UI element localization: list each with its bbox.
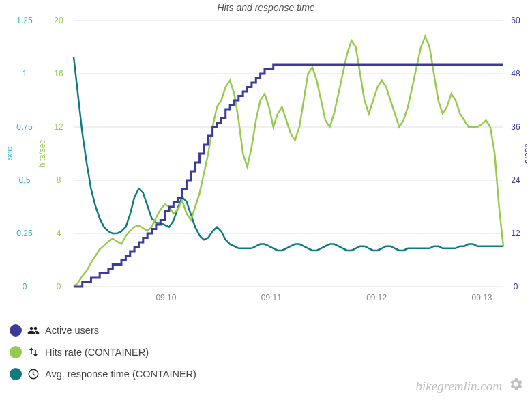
svg-text:0.75: 0.75	[16, 122, 33, 132]
svg-text:8: 8	[57, 175, 61, 185]
svg-text:09:12: 09:12	[366, 293, 387, 302]
svg-text:users: users	[523, 143, 527, 163]
users-icon	[27, 324, 40, 337]
svg-text:36: 36	[511, 122, 520, 132]
legend-label: Avg. response time (CONTAINER)	[45, 369, 196, 380]
legend: Active users Hits rate (CONTAINER) Avg. …	[10, 319, 196, 385]
svg-text:0: 0	[23, 282, 27, 291]
chart-area: 00.250.50.7511.2504812162001224364860sec…	[5, 3, 527, 314]
svg-text:09:11: 09:11	[261, 293, 282, 302]
legend-label: Hits rate (CONTAINER)	[45, 347, 149, 358]
svg-text:20: 20	[54, 16, 63, 25]
svg-text:0.25: 0.25	[16, 229, 33, 238]
svg-text:09:13: 09:13	[471, 293, 492, 302]
svg-text:1.25: 1.25	[16, 16, 33, 25]
svg-text:hits/sec: hits/sec	[38, 140, 47, 168]
svg-text:12: 12	[54, 122, 63, 132]
svg-text:0: 0	[57, 282, 61, 291]
legend-label: Active users	[45, 325, 99, 336]
updown-icon	[27, 346, 40, 358]
legend-item-hits-rate: Hits rate (CONTAINER)	[10, 341, 196, 363]
svg-text:24: 24	[511, 175, 520, 185]
svg-text:09:10: 09:10	[156, 293, 176, 302]
svg-text:16: 16	[54, 69, 63, 78]
clock-icon	[27, 368, 40, 380]
watermark-text: bikegremlin.com	[416, 379, 502, 394]
gear-icon	[507, 376, 524, 396]
legend-item-response-time: Avg. response time (CONTAINER)	[10, 363, 196, 385]
swatch-icon	[10, 368, 22, 380]
svg-text:48: 48	[511, 69, 520, 78]
svg-text:12: 12	[511, 229, 520, 238]
svg-text:0: 0	[514, 282, 518, 291]
watermark: bikegremlin.com	[416, 376, 524, 396]
legend-item-active-users: Active users	[10, 319, 196, 341]
svg-text:1: 1	[23, 69, 27, 78]
svg-text:0.5: 0.5	[19, 175, 31, 185]
svg-text:4: 4	[57, 229, 61, 238]
swatch-icon	[10, 324, 22, 337]
swatch-icon	[10, 346, 22, 358]
chart-svg: 00.250.50.7511.2504812162001224364860sec…	[5, 3, 527, 314]
svg-text:60: 60	[511, 16, 520, 25]
svg-text:sec: sec	[5, 147, 14, 160]
